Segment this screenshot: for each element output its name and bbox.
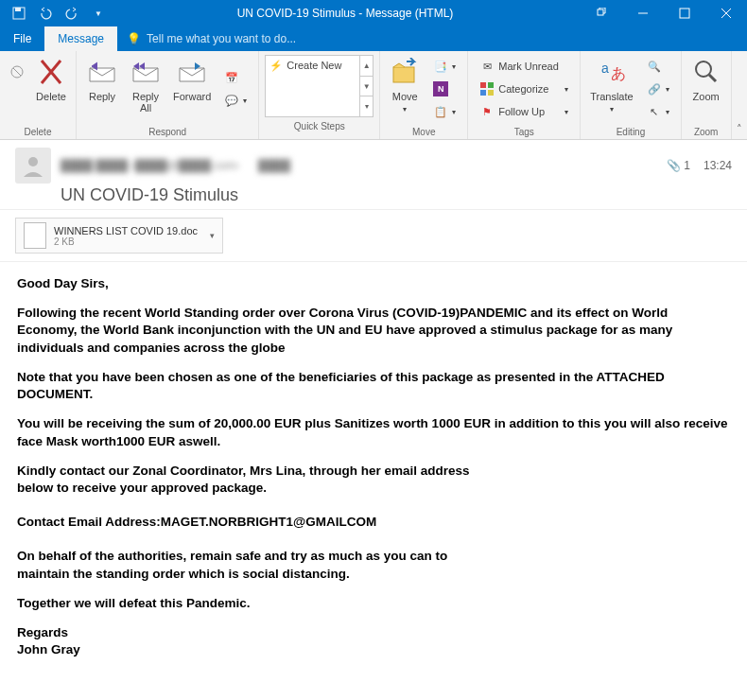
svg-rect-4	[680, 9, 689, 18]
body-paragraph: Good Day Sirs,	[17, 275, 730, 292]
gallery-down-icon[interactable]: ▼	[360, 77, 373, 97]
lightbulb-icon: 💡	[127, 32, 141, 45]
svg-rect-11	[393, 67, 414, 82]
redo-icon[interactable]	[61, 2, 83, 25]
group-tags: ✉Mark Unread Categorize▾ ⚑Follow Up▾ Tag…	[468, 51, 581, 139]
tab-file[interactable]: File	[0, 26, 44, 51]
svg-line-19	[709, 75, 716, 81]
body-paragraph: On behalf of the authorities, remain saf…	[17, 548, 730, 565]
title-bar: ▼ UN COVID-19 Stimulus - Message (HTML)	[0, 0, 747, 26]
move-group-label: Move	[384, 125, 463, 139]
select-button[interactable]: ↖▾	[643, 101, 673, 122]
quick-steps-group-label: Quick Steps	[263, 119, 375, 133]
move-button[interactable]: Move▾	[384, 53, 426, 125]
sender-avatar	[15, 148, 51, 184]
message-body: Good Day Sirs, Following the recent Worl…	[0, 262, 747, 700]
body-paragraph: Regards	[17, 624, 730, 641]
message-header: ████ ████ ‹████@████.com› ████ 📎 1 13:24…	[0, 140, 747, 210]
svg-point-18	[696, 61, 711, 77]
categorize-icon	[479, 81, 495, 96]
translate-button[interactable]: aあ Translate▾	[584, 53, 638, 125]
delete-button[interactable]: Delete	[30, 53, 72, 125]
ribbon: Delete Delete Reply Reply All Forward 📅 …	[0, 51, 747, 140]
ribbon-tabs: File Message 💡 Tell me what you want to …	[0, 26, 747, 51]
delete-label: Delete	[36, 91, 66, 102]
onenote-icon: N	[433, 81, 448, 96]
gallery-more-icon[interactable]: ▾	[360, 96, 373, 116]
delete-group-label: Delete	[4, 125, 72, 139]
svg-point-20	[28, 157, 38, 166]
restore-down-icon[interactable]	[581, 0, 622, 26]
tell-me-search[interactable]: 💡 Tell me what you want to do...	[117, 26, 305, 51]
close-icon[interactable]	[705, 0, 747, 26]
group-delete: Delete Delete	[0, 51, 77, 139]
attachment-item[interactable]: WINNERS LIST COVID 19.doc 2 KB ▾	[15, 218, 223, 254]
received-time: 13:24	[704, 159, 732, 172]
editing-group-label: Editing	[584, 125, 676, 139]
maximize-icon[interactable]	[664, 0, 705, 26]
actions-icon: 📋	[433, 104, 448, 119]
paperclip-icon: 📎	[667, 159, 681, 172]
window-title: UN COVID-19 Stimulus - Message (HTML)	[110, 7, 581, 20]
body-paragraph: Note that you have been chosen as one of…	[17, 369, 730, 403]
attachment-filename: WINNERS LIST COVID 19.doc	[54, 225, 198, 236]
categorize-button[interactable]: Categorize▾	[476, 79, 572, 99]
svg-rect-14	[480, 90, 486, 96]
onenote-button[interactable]: N	[429, 79, 460, 99]
find-icon: 🔍	[647, 59, 662, 74]
undo-icon[interactable]	[34, 2, 57, 25]
ignore-button[interactable]	[4, 53, 30, 125]
body-paragraph: Together we will defeat this Pandemic.	[17, 595, 730, 612]
attachment-dropdown-icon[interactable]: ▾	[210, 231, 215, 240]
body-paragraph: Kindly contact our Zonal Coordinator, Mr…	[17, 463, 730, 480]
follow-up-button[interactable]: ⚑Follow Up▾	[476, 101, 572, 122]
zoom-button[interactable]: Zoom	[686, 53, 727, 125]
rules-button[interactable]: 📑▾	[429, 56, 460, 77]
respond-group-label: Respond	[80, 125, 254, 139]
body-paragraph: You will be receiving the sum of 20,000.…	[17, 415, 730, 449]
reply-button[interactable]: Reply	[80, 53, 124, 125]
related-button[interactable]: 🔗▾	[643, 79, 673, 99]
forward-label: Forward	[173, 91, 211, 102]
qat-dropdown-icon[interactable]: ▼	[87, 2, 110, 25]
quick-access-toolbar: ▼	[0, 2, 110, 25]
body-paragraph: maintain the standing order which is soc…	[17, 566, 730, 583]
mark-unread-button[interactable]: ✉Mark Unread	[476, 56, 572, 77]
more-icon: 💬	[224, 93, 239, 108]
body-paragraph: below to receive your approved package.	[17, 480, 730, 497]
gallery-up-icon[interactable]: ▲	[360, 56, 373, 77]
mark-unread-label: Mark Unread	[498, 61, 559, 72]
message-subject: UN COVID-19 Stimulus	[61, 185, 732, 205]
related-icon: 🔗	[647, 81, 662, 96]
quick-steps-gallery[interactable]: ⚡ Create New ▲▼▾	[265, 55, 374, 117]
flag-icon: ⚑	[479, 104, 495, 119]
group-editing: aあ Translate▾ 🔍 🔗▾ ↖▾ Editing	[581, 51, 681, 139]
reply-label: Reply	[89, 91, 115, 102]
body-paragraph: Contact Email Address:MAGET.NORBRIGHT1@G…	[17, 514, 730, 531]
svg-rect-2	[598, 9, 603, 15]
lightning-icon: ⚡	[269, 60, 283, 72]
window-buttons	[581, 0, 747, 26]
svg-rect-15	[488, 90, 494, 96]
save-icon[interactable]	[8, 2, 30, 25]
body-paragraph: Following the recent World Standing orde…	[17, 305, 730, 357]
reply-all-label: Reply All	[132, 91, 159, 114]
collapse-ribbon-icon[interactable]: ˄	[732, 51, 747, 139]
sender-info: ████ ████ ‹████@████.com› ████	[61, 159, 657, 172]
attach-count: 1	[684, 159, 690, 172]
group-quick-steps: ⚡ Create New ▲▼▾ Quick Steps	[259, 51, 380, 139]
document-icon	[24, 222, 46, 249]
svg-rect-13	[488, 82, 494, 88]
attachment-size: 2 KB	[54, 236, 198, 247]
translate-label: Translate	[590, 91, 633, 102]
tell-me-label: Tell me what you want to do...	[147, 32, 296, 45]
minimize-icon[interactable]	[622, 0, 664, 26]
meeting-button[interactable]: 📅	[220, 67, 251, 88]
forward-button[interactable]: Forward	[167, 53, 217, 125]
attachments-bar: WINNERS LIST COVID 19.doc 2 KB ▾	[0, 210, 747, 262]
more-respond-button[interactable]: 💬▾	[220, 90, 251, 111]
reply-all-button[interactable]: Reply All	[124, 53, 167, 125]
find-button[interactable]: 🔍	[643, 56, 673, 77]
tab-message[interactable]: Message	[44, 26, 117, 51]
actions-button[interactable]: 📋▾	[429, 101, 460, 122]
